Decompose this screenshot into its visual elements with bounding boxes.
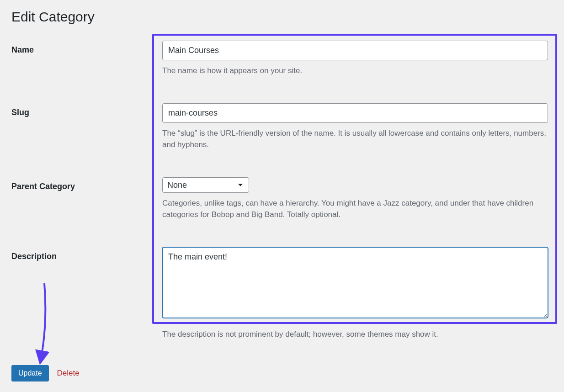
parent-category-label: Parent Category (11, 177, 162, 191)
slug-label: Slug (11, 103, 162, 117)
name-description: The name is how it appears on your site. (162, 65, 548, 77)
slug-description: The “slug” is the URL-friendly version o… (162, 127, 548, 151)
name-label: Name (11, 41, 162, 55)
name-input[interactable] (162, 41, 548, 60)
description-label: Description (11, 247, 162, 261)
description-help-text: The description is not prominent by defa… (162, 328, 553, 340)
form-actions: Update Delete (11, 365, 553, 381)
delete-link[interactable]: Delete (57, 369, 80, 378)
parent-category-description: Categories, unlike tags, can have a hier… (162, 197, 548, 221)
update-button[interactable]: Update (11, 365, 49, 381)
slug-input[interactable] (162, 103, 548, 123)
description-textarea[interactable]: The main event! (162, 247, 548, 318)
parent-category-select[interactable]: None (162, 177, 249, 193)
page-title: Edit Category (11, 9, 553, 25)
